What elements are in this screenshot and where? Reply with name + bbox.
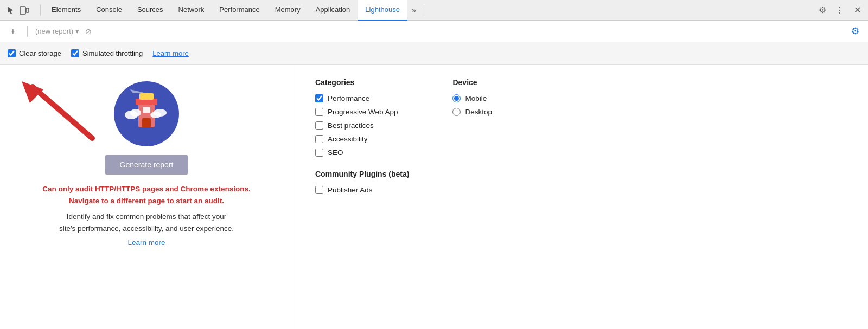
- tab-lighthouse[interactable]: Lighthouse: [358, 0, 407, 21]
- svg-line-2: [33, 87, 92, 138]
- left-panel: Generate report Can only audit HTTP/HTTP…: [0, 65, 293, 329]
- error-message: Can only audit HTTP/HTTPS pages and Chro…: [42, 183, 250, 207]
- tab-overflow-button[interactable]: »: [407, 0, 420, 21]
- cancel-report-button[interactable]: ⊘: [84, 27, 93, 36]
- device-desktop-radio[interactable]: [452, 108, 461, 116]
- tab-bar: Elements Console Sources Network Perform…: [0, 0, 868, 21]
- devtools-mode-icons: [4, 4, 30, 16]
- lighthouse-logo: [114, 81, 179, 146]
- category-best-practices-checkbox[interactable]: [315, 121, 323, 130]
- simulated-throttling-checkbox[interactable]: [71, 49, 79, 57]
- generate-report-button[interactable]: Generate report: [105, 155, 189, 175]
- tab-performance[interactable]: Performance: [212, 0, 267, 21]
- category-pwa[interactable]: Progressive Web App: [315, 108, 409, 116]
- toolbar-separator: [27, 26, 28, 37]
- svg-point-11: [130, 109, 141, 117]
- categories-title: Categories: [315, 78, 409, 87]
- tab-network[interactable]: Network: [171, 0, 212, 21]
- category-accessibility[interactable]: Accessibility: [315, 135, 409, 143]
- report-select[interactable]: (new report) ▾: [35, 27, 79, 35]
- tab-separator-1: [40, 5, 41, 16]
- svg-rect-9: [143, 107, 150, 113]
- tab-separator-2: [424, 5, 424, 16]
- svg-marker-8: [130, 89, 146, 93]
- svg-rect-0: [20, 7, 25, 14]
- cursor-icon[interactable]: [4, 4, 16, 16]
- category-performance-checkbox[interactable]: [315, 94, 323, 102]
- toolbar-right: ⚙: [848, 25, 861, 38]
- options-bar: Clear storage Simulated throttling Learn…: [0, 42, 868, 65]
- categories-section: Categories Performance Progressive Web A…: [315, 78, 409, 316]
- tab-sources[interactable]: Sources: [130, 0, 171, 21]
- throttling-learn-more-link[interactable]: Learn more: [152, 49, 188, 57]
- tab-elements[interactable]: Elements: [44, 0, 88, 21]
- category-accessibility-checkbox[interactable]: [315, 135, 323, 143]
- svg-rect-7: [139, 93, 154, 100]
- plugin-publisher-ads-checkbox[interactable]: [315, 186, 323, 194]
- category-seo-checkbox[interactable]: [315, 149, 323, 157]
- right-panel: Categories Performance Progressive Web A…: [293, 65, 868, 329]
- device-title: Device: [452, 78, 492, 87]
- main-content: Generate report Can only audit HTTP/HTTP…: [0, 65, 868, 329]
- tab-bar-right: ⚙ ⋮ ✕: [816, 4, 864, 17]
- simulated-throttling-option[interactable]: Simulated throttling: [71, 49, 143, 57]
- svg-rect-5: [142, 118, 151, 127]
- device-icon[interactable]: [18, 4, 30, 16]
- svg-rect-1: [26, 8, 29, 12]
- device-mobile[interactable]: Mobile: [452, 94, 492, 102]
- arrow-indicator: [16, 76, 103, 146]
- category-seo[interactable]: SEO: [315, 149, 409, 157]
- more-options-icon[interactable]: ⋮: [833, 4, 846, 17]
- device-section: Device Mobile Desktop: [452, 78, 492, 316]
- plugin-publisher-ads[interactable]: Publisher Ads: [315, 186, 409, 194]
- toolbar: + (new report) ▾ ⊘ ⚙: [0, 21, 868, 42]
- close-devtools-icon[interactable]: ✕: [851, 4, 864, 17]
- tab-memory[interactable]: Memory: [267, 0, 308, 21]
- tab-console[interactable]: Console: [88, 0, 130, 21]
- clear-storage-checkbox[interactable]: [8, 49, 16, 57]
- device-desktop[interactable]: Desktop: [452, 108, 492, 116]
- clear-storage-option[interactable]: Clear storage: [8, 49, 61, 57]
- community-plugins-title: Community Plugins (beta): [315, 170, 409, 178]
- category-best-practices[interactable]: Best practices: [315, 121, 409, 130]
- tab-application[interactable]: Application: [308, 0, 358, 21]
- main-learn-more-link[interactable]: Learn more: [127, 238, 165, 247]
- add-report-button[interactable]: +: [7, 25, 20, 38]
- settings-icon[interactable]: ⚙: [816, 4, 829, 17]
- description-text: Identify and fix common problems that af…: [59, 211, 234, 234]
- svg-point-13: [150, 112, 161, 118]
- category-pwa-checkbox[interactable]: [315, 108, 323, 116]
- category-performance[interactable]: Performance: [315, 94, 409, 102]
- device-mobile-radio[interactable]: [452, 94, 461, 102]
- lighthouse-settings-icon[interactable]: ⚙: [848, 25, 861, 38]
